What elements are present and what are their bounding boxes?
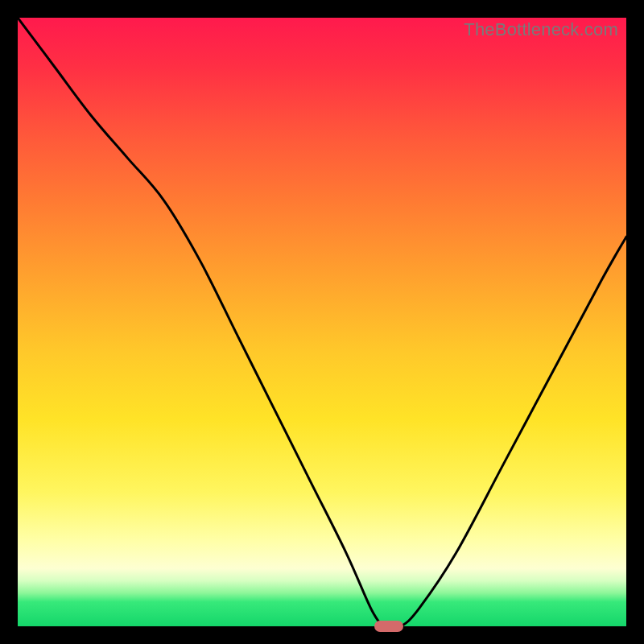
optimal-marker <box>374 621 403 632</box>
plot-area: TheBottleneck.com <box>18 18 626 626</box>
bottleneck-curve <box>18 18 626 626</box>
chart-frame: TheBottleneck.com <box>0 0 644 644</box>
